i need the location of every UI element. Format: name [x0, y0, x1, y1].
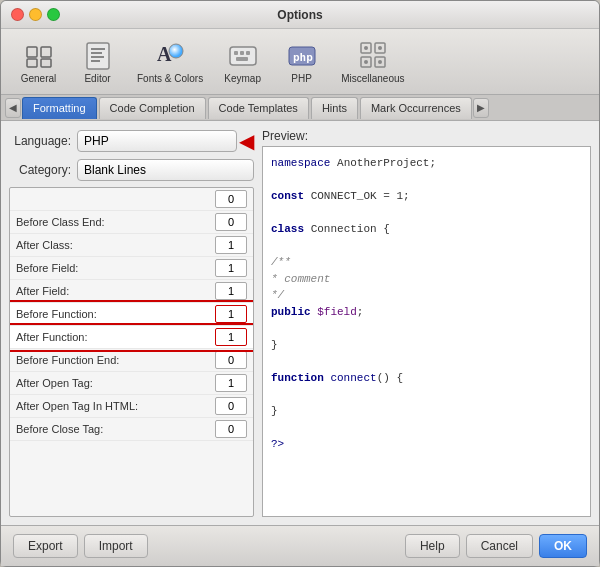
- titlebar-buttons: [11, 8, 60, 21]
- preview-label: Preview:: [262, 129, 591, 143]
- field-label-before-function: Before Function:: [16, 308, 209, 320]
- fields-scroll[interactable]: Before Class End: After Class: Before Fi…: [9, 187, 254, 517]
- toolbar-item-php[interactable]: php PHP: [274, 35, 329, 88]
- general-icon: [23, 39, 55, 71]
- toolbar-label-fonts-colors: Fonts & Colors: [137, 73, 203, 84]
- svg-point-23: [378, 46, 382, 50]
- tab-code-templates[interactable]: Code Templates: [208, 97, 309, 119]
- toolbar-item-keymap[interactable]: Keymap: [215, 35, 270, 88]
- main-content: Language: PHP ◀ Category: Blank Lines Be…: [1, 121, 599, 525]
- titlebar: Options: [1, 1, 599, 29]
- svg-rect-14: [246, 51, 250, 55]
- field-input-after-function[interactable]: [215, 328, 247, 346]
- field-label-before-close-tag: Before Close Tag:: [16, 423, 209, 435]
- bottom-bar: Export Import Help Cancel OK: [1, 525, 599, 566]
- cancel-button[interactable]: Cancel: [466, 534, 533, 558]
- field-item-before-function-end: Before Function End:: [10, 349, 253, 372]
- left-panel: Language: PHP ◀ Category: Blank Lines Be…: [9, 129, 254, 517]
- php-icon: php: [286, 39, 318, 71]
- field-input-before-close-tag[interactable]: [215, 420, 247, 438]
- field-input-before-class-end[interactable]: [215, 213, 247, 231]
- svg-rect-0: [27, 47, 37, 57]
- fonts-colors-icon: A: [154, 39, 186, 71]
- field-input-before-function-end[interactable]: [215, 351, 247, 369]
- svg-rect-1: [41, 47, 51, 57]
- language-select[interactable]: PHP: [77, 130, 237, 152]
- field-input-after-open-tag[interactable]: [215, 374, 247, 392]
- toolbar-item-fonts-colors[interactable]: A Fonts & Colors: [129, 35, 211, 88]
- maximize-button[interactable]: [47, 8, 60, 21]
- tab-hints[interactable]: Hints: [311, 97, 358, 119]
- close-button[interactable]: [11, 8, 24, 21]
- minimize-button[interactable]: [29, 8, 42, 21]
- keymap-icon: [227, 39, 259, 71]
- toolbar-label-miscellaneous: Miscellaneous: [341, 73, 404, 84]
- tab-formatting[interactable]: Formatting: [22, 97, 97, 119]
- toolbar-label-keymap: Keymap: [224, 73, 261, 84]
- bottom-right-buttons: Help Cancel OK: [405, 534, 587, 558]
- import-button[interactable]: Import: [84, 534, 148, 558]
- toolbar-item-miscellaneous[interactable]: Miscellaneous: [333, 35, 412, 88]
- right-panel: Preview: namespace AnotherProject; const…: [262, 129, 591, 517]
- category-row: Category: Blank Lines: [9, 159, 254, 181]
- field-label-after-function: After Function:: [16, 331, 209, 343]
- svg-rect-12: [234, 51, 238, 55]
- toolbar-label-editor: Editor: [84, 73, 110, 84]
- tab-mark-occurrences[interactable]: Mark Occurrences: [360, 97, 472, 119]
- window-title: Options: [277, 8, 322, 22]
- field-item-after-open-tag: After Open Tag:: [10, 372, 253, 395]
- miscellaneous-icon: [357, 39, 389, 71]
- ok-button[interactable]: OK: [539, 534, 587, 558]
- export-button[interactable]: Export: [13, 534, 78, 558]
- field-label-after-class: After Class:: [16, 239, 209, 251]
- editor-icon: [82, 39, 114, 71]
- field-label-before-function-end: Before Function End:: [16, 354, 209, 366]
- svg-point-24: [364, 60, 368, 64]
- tab-prev-arrow[interactable]: ◀: [5, 98, 21, 118]
- field-item-after-function: After Function:: [10, 326, 253, 349]
- field-label-after-open-tag: After Open Tag:: [16, 377, 209, 389]
- field-item-before-class-end: Before Class End:: [10, 211, 253, 234]
- language-row: Language: PHP ◀: [9, 129, 254, 153]
- options-window: Options General: [0, 0, 600, 567]
- svg-point-25: [378, 60, 382, 64]
- toolbar-item-editor[interactable]: Editor: [70, 35, 125, 88]
- field-input-before-field[interactable]: [215, 259, 247, 277]
- tab-code-completion[interactable]: Code Completion: [99, 97, 206, 119]
- field-item-before-field: Before Field:: [10, 257, 253, 280]
- preview-box: namespace AnotherProject; const CONNECT_…: [262, 146, 591, 517]
- svg-rect-2: [27, 59, 37, 67]
- field-item-after-open-tag-html: After Open Tag In HTML:: [10, 395, 253, 418]
- field-label-before-class-end: Before Class End:: [16, 216, 209, 228]
- field-label-after-open-tag-html: After Open Tag In HTML:: [16, 400, 209, 412]
- field-input-before-function[interactable]: [215, 305, 247, 323]
- bottom-left-buttons: Export Import: [13, 534, 148, 558]
- svg-text:php: php: [293, 51, 313, 64]
- field-input-after-class[interactable]: [215, 236, 247, 254]
- tab-next-arrow[interactable]: ▶: [473, 98, 489, 118]
- svg-rect-13: [240, 51, 244, 55]
- toolbar-label-general: General: [21, 73, 57, 84]
- help-button[interactable]: Help: [405, 534, 460, 558]
- toolbar-item-general[interactable]: General: [11, 35, 66, 88]
- field-input-top[interactable]: [215, 190, 247, 208]
- field-item-before-function: Before Function:: [10, 303, 253, 326]
- svg-point-22: [364, 46, 368, 50]
- field-spacer-top: [10, 188, 253, 211]
- toolbar-label-php: PHP: [291, 73, 312, 84]
- field-input-after-field[interactable]: [215, 282, 247, 300]
- field-input-after-open-tag-html[interactable]: [215, 397, 247, 415]
- category-select[interactable]: Blank Lines: [77, 159, 254, 181]
- toolbar: General Editor A: [1, 29, 599, 95]
- language-label: Language:: [9, 134, 71, 148]
- arrow-indicator: ◀: [239, 129, 254, 153]
- svg-point-10: [169, 44, 183, 58]
- field-item-after-class: After Class:: [10, 234, 253, 257]
- field-item-after-field: After Field:: [10, 280, 253, 303]
- category-label: Category:: [9, 163, 71, 177]
- svg-rect-15: [236, 57, 248, 61]
- svg-rect-3: [41, 59, 51, 67]
- tab-bar: ◀ Formatting Code Completion Code Templa…: [1, 95, 599, 121]
- svg-rect-4: [87, 43, 109, 69]
- svg-rect-11: [230, 47, 256, 65]
